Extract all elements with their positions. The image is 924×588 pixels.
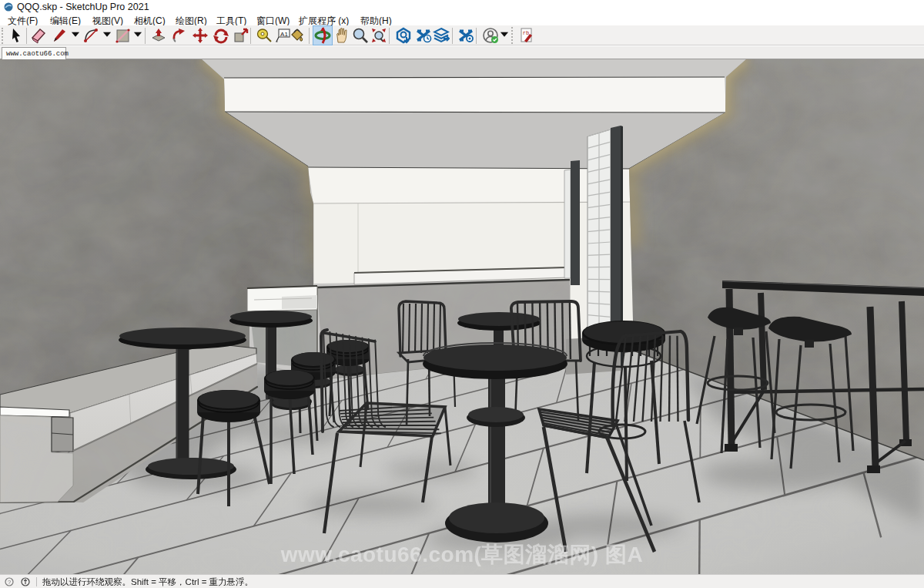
svg-text:www.caotu66.com(草图溜溜网) 图A: www.caotu66.com(草图溜溜网) 图A [280,543,643,566]
svg-text:A1: A1 [280,31,288,38]
svg-text:?: ? [8,579,11,586]
svg-text:rb: rb [523,30,529,36]
